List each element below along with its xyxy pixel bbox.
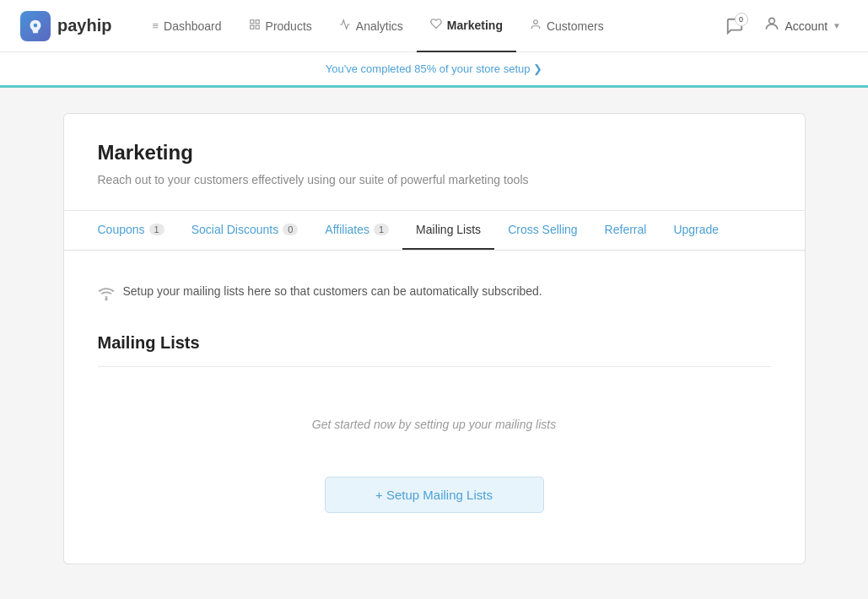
- tab-upgrade[interactable]: Upgrade: [660, 211, 732, 250]
- page-title: Marketing: [98, 141, 771, 165]
- setup-mailing-lists-button[interactable]: + Setup Mailing Lists: [325, 477, 544, 513]
- section-divider: [98, 366, 771, 367]
- svg-rect-4: [256, 25, 259, 29]
- main-content: Marketing Reach out to your customers ef…: [46, 113, 822, 564]
- content-area: Setup your mailing lists here so that cu…: [63, 251, 806, 564]
- nav-links: ≡ Dashboard Products Analytics Marketing: [138, 0, 719, 52]
- tabs-bar: Coupons 1 Social Discounts 0 Affiliates …: [63, 210, 806, 251]
- tab-affiliates[interactable]: Affiliates 1: [311, 211, 402, 250]
- account-menu[interactable]: Account ▼: [757, 15, 849, 36]
- svg-rect-1: [250, 20, 253, 24]
- nav-right: 0 Account ▼: [720, 11, 849, 41]
- logo-text: payhip: [57, 16, 111, 35]
- dashboard-icon: ≡: [152, 19, 159, 32]
- section-title: Mailing Lists: [98, 333, 771, 353]
- tab-cross-selling[interactable]: Cross Selling: [494, 211, 590, 250]
- svg-point-7: [105, 299, 107, 300]
- info-banner: Setup your mailing lists here so that cu…: [98, 284, 771, 306]
- chat-badge: 0: [735, 13, 748, 26]
- analytics-icon: [339, 19, 351, 33]
- account-icon: [763, 15, 780, 36]
- coupons-badge: 1: [149, 224, 164, 235]
- marketing-header: Marketing Reach out to your customers ef…: [63, 113, 806, 210]
- customers-icon: [530, 19, 542, 33]
- social-discounts-badge: 0: [283, 224, 298, 235]
- logo-icon: [20, 11, 51, 41]
- nav-products[interactable]: Products: [235, 0, 326, 52]
- tab-social-discounts[interactable]: Social Discounts 0: [178, 211, 312, 250]
- wifi-icon: [98, 285, 115, 306]
- logo[interactable]: payhip: [20, 11, 111, 41]
- nav-analytics[interactable]: Analytics: [326, 0, 417, 52]
- setup-progress-bar: You've completed 85% of your store setup…: [0, 52, 868, 88]
- nav-marketing[interactable]: Marketing: [417, 0, 516, 52]
- products-icon: [249, 19, 261, 33]
- tab-mailing-lists[interactable]: Mailing Lists: [402, 211, 494, 250]
- svg-rect-3: [250, 25, 253, 29]
- svg-point-6: [768, 18, 774, 24]
- setup-button-label: + Setup Mailing Lists: [375, 488, 493, 502]
- affiliates-badge: 1: [374, 224, 389, 235]
- svg-point-0: [34, 23, 38, 27]
- marketing-icon: [430, 18, 442, 32]
- svg-point-5: [534, 20, 538, 24]
- navbar: payhip ≡ Dashboard Products Analytics Ma…: [0, 0, 868, 52]
- chat-button[interactable]: 0: [720, 11, 750, 41]
- empty-state-text: Get started now by setting up your maili…: [98, 401, 771, 456]
- nav-customers[interactable]: Customers: [516, 0, 617, 52]
- setup-progress-link[interactable]: You've completed 85% of your store setup…: [326, 62, 542, 75]
- tab-referral[interactable]: Referral: [591, 211, 660, 250]
- nav-dashboard[interactable]: ≡ Dashboard: [138, 0, 235, 52]
- svg-rect-2: [256, 20, 259, 24]
- tab-coupons[interactable]: Coupons 1: [84, 211, 178, 250]
- page-subtitle: Reach out to your customers effectively …: [98, 173, 771, 186]
- chevron-down-icon: ▼: [833, 21, 841, 30]
- info-text: Setup your mailing lists here so that cu…: [123, 284, 542, 298]
